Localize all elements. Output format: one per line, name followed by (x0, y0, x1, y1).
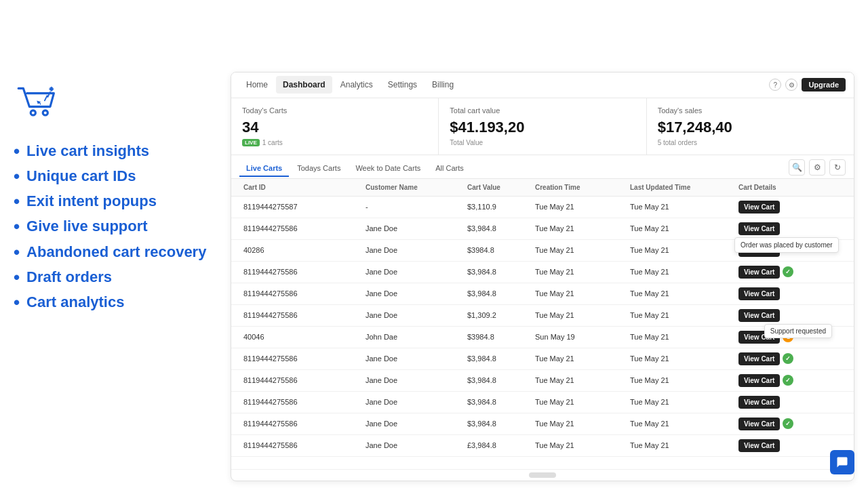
table-cell: Jane Doe (361, 350, 463, 367)
stat-value: $17,248,40 (658, 119, 843, 136)
green-status-dot: ✓ (783, 353, 793, 364)
nav-item-settings[interactable]: Settings (381, 76, 424, 94)
table-cell: 40286 (239, 242, 361, 258)
table-cell: Tue May 21 (626, 394, 734, 410)
table-cell: Tue May 21 (531, 242, 626, 258)
table-cell: Jane Doe (361, 220, 463, 237)
table-row: 8119444275586Jane Doe$3,984.8Tue May 21T… (231, 348, 854, 370)
table-cell: $3,984.8 (463, 394, 531, 410)
table-cell: Tue May 21 (531, 350, 626, 367)
table-row: 8119444275586Jane Doe$1,309.2Tue May 21T… (231, 305, 854, 327)
view-cart-button[interactable]: View Cart (738, 201, 780, 214)
table-cell: 8119444275586 (239, 415, 361, 432)
table-tab-live-carts[interactable]: Live Carts (239, 161, 289, 177)
headline (14, 19, 854, 60)
table-tab-todays-carts[interactable]: Todays Carts (290, 161, 347, 177)
table-cell: John Dae (361, 329, 463, 345)
view-cart-button[interactable]: View Cart (738, 287, 780, 300)
stat-value: 34 (242, 119, 427, 136)
table-cell: Tue May 21 (626, 329, 734, 345)
settings-icon[interactable]: ⚙ (785, 79, 797, 91)
table-row: 8119444275586Jane Doe$3,984.8Tue May 21T… (231, 370, 854, 392)
table-cell: Jane Doe (361, 372, 463, 388)
nav-item-home[interactable]: Home (239, 76, 275, 94)
chat-bubble[interactable] (830, 450, 854, 474)
table-cell: Tue May 21 (626, 199, 734, 215)
table-tab-week-to-date-carts[interactable]: Week to Date Carts (349, 161, 427, 177)
view-cart-button[interactable]: View Cart (738, 352, 780, 365)
green-status-dot: ✓ (783, 266, 793, 277)
table-cell: Tue May 21 (626, 242, 734, 258)
view-cart-button[interactable]: View Cart (738, 418, 780, 430)
view-cart-button[interactable]: View Cart (738, 309, 780, 322)
table-cell: Jane Doe (361, 437, 463, 453)
bullet-item: Abandoned cart recovery (14, 243, 217, 263)
stat-card: Today's sales $17,248,40 5 total orders (647, 98, 854, 155)
upgrade-button[interactable]: Upgrade (802, 78, 846, 92)
table-header-cell: Cart Details (734, 179, 846, 196)
table-row: 8119444275586Jane Doe$3,984.8Tue May 21T… (231, 218, 854, 240)
stat-sub: LIVE 1 carts (242, 139, 427, 146)
left-panel: Live cart insightsUnique cart IDsExit in… (14, 72, 217, 481)
table-cell: 40046 (239, 329, 361, 345)
chat-icon (836, 456, 848, 468)
table-cell: Tue May 21 (531, 220, 626, 237)
svg-point-0 (31, 110, 35, 115)
table-cell: $1,309.2 (463, 307, 531, 323)
scroll-thumb[interactable] (529, 472, 556, 478)
table-cell: Tue May 21 (531, 372, 626, 388)
table-row: 8119444275587-$3,110.9Tue May 21Tue May … (231, 197, 854, 218)
cart-details-cell: View Cart✓ (734, 262, 846, 283)
help-icon[interactable]: ? (769, 79, 781, 91)
view-cart-button[interactable]: View Cart (738, 222, 780, 235)
table-cell: Jane Doe (361, 264, 463, 280)
table-cell: Tue May 21 (626, 285, 734, 302)
table-row: 8119444275586Jane Doe£3,984.8Tue May 21T… (231, 435, 854, 457)
stat-label: Today's Carts (242, 106, 427, 115)
table-cell: Tue May 21 (626, 220, 734, 237)
view-cart-button[interactable]: View Cart (738, 439, 780, 452)
table-cell: Jane Doe (361, 394, 463, 410)
view-cart-button[interactable]: View Cart (738, 396, 780, 409)
table-cell: Sun May 19 (531, 329, 626, 345)
table-row: 8119444275586Jane Doe$3,984.8Tue May 21T… (231, 413, 854, 435)
table-cell: 8119444275586 (239, 264, 361, 280)
bullet-item: Unique cart IDs (14, 167, 217, 187)
table-cell: Jane Doe (361, 285, 463, 302)
stat-label: Today's sales (658, 106, 843, 115)
view-cart-button[interactable]: View Cart (738, 374, 780, 387)
table-cell: Jane Doe (361, 242, 463, 258)
table-cell: 8119444275586 (239, 372, 361, 388)
bullet-item: Give live support (14, 218, 217, 237)
table-cell: Tue May 21 (531, 437, 626, 453)
nav-item-analytics[interactable]: Analytics (334, 76, 380, 94)
table-cell: 8119444275586 (239, 285, 361, 302)
stat-sub: Total Value (450, 139, 635, 146)
main-content: Live cart insightsUnique cart IDsExit in… (0, 72, 868, 488)
table-header-cell: Creation Time (531, 179, 626, 196)
cart-details-cell: View Cart (734, 392, 846, 413)
nav-right: ? ⚙ Upgrade (769, 78, 846, 92)
view-cart-button[interactable]: View Cart (738, 266, 780, 279)
table-cell: £3,984.8 (463, 437, 531, 453)
table-cell: Tue May 21 (626, 307, 734, 323)
cart-details-cell: View Cart✓ (734, 413, 846, 434)
table-cell: $3,984.8 (463, 264, 531, 280)
filter-button[interactable]: ⚙ (809, 159, 825, 176)
table-cell: $3,984.8 (463, 220, 531, 237)
nav-item-dashboard[interactable]: Dashboard (276, 76, 332, 94)
order-tooltip: Order was placed by customer (734, 237, 839, 253)
stat-label: Total cart value (450, 106, 635, 115)
table-cell: $3,984.8 (463, 372, 531, 388)
refresh-button[interactable]: ↻ (829, 159, 846, 176)
table-tab-all-carts[interactable]: All Carts (429, 161, 471, 177)
nav-item-billing[interactable]: Billing (425, 76, 460, 94)
table-cell: $3,984.8 (463, 415, 531, 432)
support-tooltip: Support requested (764, 324, 832, 338)
table-row: 8119444275586Jane Doe$3,984.8Tue May 21T… (231, 262, 854, 283)
search-button[interactable]: 🔍 (789, 159, 805, 176)
table-cell: $3984.8 (463, 242, 531, 258)
table-row: 8119444275586Jane Doe$3,984.8Tue May 21T… (231, 283, 854, 305)
table-header-cell: Customer Name (361, 179, 463, 196)
table-cell: Jane Doe (361, 307, 463, 323)
